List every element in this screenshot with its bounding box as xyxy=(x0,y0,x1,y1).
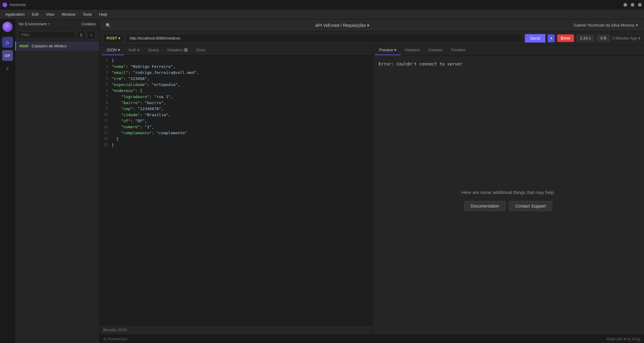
tab-preview[interactable]: Preview ▾ xyxy=(375,45,401,55)
sidebar-logo-icon xyxy=(2,22,13,32)
maximize-button[interactable]: □ xyxy=(631,3,634,7)
code-line-12: 12 "numero": "1", xyxy=(100,124,372,130)
tab-response-cookies[interactable]: Cookies xyxy=(424,45,446,55)
app-name: Insomnia xyxy=(10,2,26,7)
app-logo-icon xyxy=(2,2,7,7)
breadcrumb-text: API Voll.med / Requisições xyxy=(315,23,366,28)
made-with: Made with ♥ by Kong xyxy=(606,337,640,341)
timestamp-arrow-icon: ▾ xyxy=(638,36,640,40)
code-line-15: 15 } xyxy=(100,142,372,148)
send-dropdown-button[interactable]: ▾ xyxy=(548,34,555,42)
filter-input[interactable] xyxy=(19,31,75,39)
contact-support-button[interactable]: Contact Support xyxy=(509,201,552,211)
tab-json-arrow-icon: ▾ xyxy=(118,48,120,52)
request-name-label: Cadastro de Médico xyxy=(32,44,67,48)
menu-application[interactable]: Application xyxy=(2,11,28,18)
tab-response-cookies-label: Cookies xyxy=(428,48,442,52)
menu-help[interactable]: Help xyxy=(96,11,110,18)
request-item[interactable]: POST Cadastro de Médico xyxy=(15,41,99,51)
code-line-10: 10 "cidade": "Brasilia", xyxy=(100,112,372,118)
error-message: Error: Couldn't connect to server xyxy=(379,62,462,66)
code-line-14: 14 } xyxy=(100,136,372,142)
env-selector[interactable]: No Environment ▾ xyxy=(19,22,49,26)
sidebar-gp-button[interactable]: GP xyxy=(2,50,13,61)
code-line-6: 6 "endereco": { xyxy=(100,88,372,94)
code-line-8: 8 "bairro": "bairro", xyxy=(100,100,372,106)
response-time: 2.24 s xyxy=(576,34,594,42)
response-tab-bar: Preview ▾ Headers Cookies Timeline xyxy=(373,45,644,56)
tab-json-label: JSON xyxy=(106,48,117,52)
left-panel-header: No Environment ▾ Cookies xyxy=(15,19,99,29)
editor-tab-bar: JSON ▾ Auth ▾ Query Headers 1 xyxy=(100,45,372,56)
body-split: JSON ▾ Auth ▾ Query Headers 1 xyxy=(100,45,644,335)
tab-headers[interactable]: Headers 1 xyxy=(163,45,192,55)
help-text: Here are some additional things that may… xyxy=(462,190,555,195)
tab-response-headers[interactable]: Headers xyxy=(401,45,424,55)
tab-auth[interactable]: Auth ▾ xyxy=(124,45,144,55)
method-arrow-icon: ▾ xyxy=(118,36,120,40)
send-button[interactable]: Send xyxy=(525,34,546,43)
icon-sidebar: ⌂ GP + xyxy=(0,19,15,343)
code-line-11: 11 "uf": "DF", xyxy=(100,118,372,124)
main-layout: ⌂ GP + No Environment ▾ Cookies ⇅ + POST… xyxy=(0,19,644,343)
titlebar-left: Insomnia xyxy=(2,2,26,7)
preferences-label: Preferences xyxy=(108,337,127,341)
filter-row: ⇅ + xyxy=(15,29,99,41)
menu-view[interactable]: View xyxy=(43,11,57,18)
url-input[interactable] xyxy=(126,34,522,43)
method-selector[interactable]: POST ▾ xyxy=(103,34,124,43)
tab-preview-label: Preview xyxy=(379,48,393,52)
preferences-button[interactable]: ⚙ Preferences xyxy=(103,337,127,341)
breadcrumb-arrow-icon[interactable]: ▾ xyxy=(367,23,369,28)
tab-query[interactable]: Query xyxy=(144,45,163,55)
request-bar: POST ▾ Send ▾ Error 2.24 s 0 B 3 Minutes… xyxy=(100,31,644,45)
sidebar-home-button[interactable]: ⌂ xyxy=(2,37,13,48)
request-method-label: POST xyxy=(20,44,29,48)
tab-headers-label: Headers xyxy=(167,48,182,52)
help-buttons: Documentation Contact Support xyxy=(464,201,552,211)
menu-edit[interactable]: Edit xyxy=(29,11,42,18)
request-timestamp[interactable]: 3 Minutes Ago ▾ xyxy=(612,36,640,40)
tab-auth-label: Auth xyxy=(128,48,137,52)
footer: ⚙ Preferences Made with ♥ by Kong xyxy=(100,335,644,343)
window-controls: ─ □ ✕ xyxy=(623,3,642,7)
status-error-badge: Error xyxy=(557,34,574,42)
documentation-button[interactable]: Documentation xyxy=(464,201,505,211)
add-request-button[interactable]: + xyxy=(87,31,96,39)
code-line-5: 5 "especialidade": "ortopedia", xyxy=(100,82,372,88)
left-panel: No Environment ▾ Cookies ⇅ + POST Cadast… xyxy=(15,19,100,343)
menu-window[interactable]: Window xyxy=(59,11,78,18)
tab-docs-label: Docs xyxy=(197,48,206,52)
tab-docs[interactable]: Docs xyxy=(192,45,210,55)
tab-json[interactable]: JSON ▾ xyxy=(102,45,124,55)
code-line-13: 13 "complemento": "complemento" xyxy=(100,130,372,136)
tab-preview-arrow-icon: ▾ xyxy=(394,48,396,52)
response-content: Here are some additional things that may… xyxy=(373,66,644,335)
sort-button[interactable]: ⇅ xyxy=(77,31,85,39)
close-button[interactable]: ✕ xyxy=(638,3,642,7)
tab-timeline[interactable]: Timeline xyxy=(446,45,470,55)
beautify-json-button[interactable]: Beautify JSON xyxy=(100,325,372,335)
user-name: Gabriel Yeoshuah da Silva Moreira xyxy=(574,23,634,27)
user-info[interactable]: Gabriel Yeoshuah da Silva Moreira ▾ xyxy=(574,23,638,27)
response-size: 0 B xyxy=(597,34,610,42)
code-editor[interactable]: 1 { 2 "nome": "Rodrigo Ferreira", 3 "ema… xyxy=(100,56,372,325)
top-bar: 🔍 API Voll.med / Requisições ▾ Gabriel Y… xyxy=(100,19,644,31)
menubar: Application Edit View Window Tools Help xyxy=(0,10,644,19)
tab-response-headers-label: Headers xyxy=(405,48,420,52)
code-line-4: 4 "crm": "123456", xyxy=(100,76,372,82)
sidebar-add-button[interactable]: + xyxy=(2,63,13,74)
gear-icon: ⚙ xyxy=(103,337,106,341)
cookies-button[interactable]: Cookies xyxy=(81,22,96,26)
timestamp-text: 3 Minutes Ago xyxy=(612,36,637,40)
env-label: No Environment xyxy=(19,22,47,26)
code-line-1: 1 { xyxy=(100,58,372,64)
headers-badge: 1 xyxy=(183,48,188,52)
menu-tools[interactable]: Tools xyxy=(80,11,95,18)
editor-pane: JSON ▾ Auth ▾ Query Headers 1 xyxy=(100,45,373,335)
breadcrumb: API Voll.med / Requisições ▾ xyxy=(315,23,369,28)
tab-query-label: Query xyxy=(148,48,159,52)
minimize-button[interactable]: ─ xyxy=(623,3,627,7)
code-line-7: 7 "logradouro": "rua 1", xyxy=(100,94,372,100)
main-content: 🔍 API Voll.med / Requisições ▾ Gabriel Y… xyxy=(100,19,644,343)
